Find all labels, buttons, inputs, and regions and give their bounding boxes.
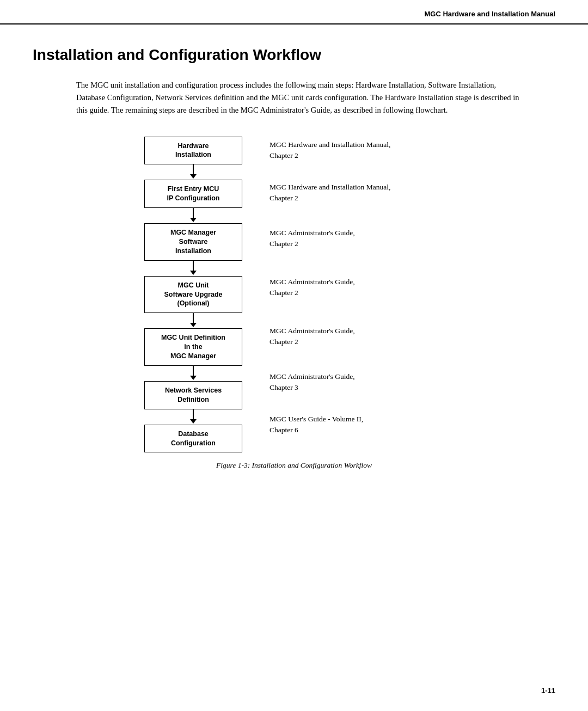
arrow-line-2 bbox=[193, 208, 194, 218]
flowchart-inner: HardwareInstallation First Entry MCUIP C… bbox=[133, 137, 455, 453]
ref-item-2: MGC Hardware and Installation Manual,Cha… bbox=[270, 182, 390, 203]
chapter-title: Installation and Configuration Workflow bbox=[33, 46, 555, 64]
intro-paragraph: The MGC unit installation and configurat… bbox=[76, 79, 523, 117]
ref-item-1: MGC Hardware and Installation Manual,Cha… bbox=[270, 139, 390, 161]
arrow-line-5 bbox=[193, 366, 194, 376]
ref-spacer-3: MGC Administrator's Guide,Chapter 2 bbox=[270, 222, 455, 255]
header-title: MGC Hardware and Installation Manual bbox=[424, 10, 555, 18]
flowchart-left: HardwareInstallation First Entry MCUIP C… bbox=[133, 137, 253, 453]
flow-box-hardware-installation: HardwareInstallation bbox=[144, 137, 242, 165]
flow-box-first-entry-mcu: First Entry MCUIP Configuration bbox=[144, 180, 242, 208]
arrow-4 bbox=[190, 313, 197, 328]
figure-caption: Figure 1-3: Installation and Configurati… bbox=[216, 461, 372, 470]
ref-item-4: MGC Administrator's Guide,Chapter 2 bbox=[270, 277, 355, 298]
arrow-spacer-1 bbox=[270, 164, 455, 179]
arrow-line-6 bbox=[193, 409, 194, 419]
arrow-spacer-6 bbox=[270, 396, 455, 411]
ref-item-5: MGC Administrator's Guide,Chapter 2 bbox=[270, 326, 355, 347]
arrow-line-4 bbox=[193, 313, 194, 323]
arrow-1 bbox=[190, 164, 197, 180]
ref-spacer-2: MGC Hardware and Installation Manual,Cha… bbox=[270, 179, 455, 206]
ref-spacer-1: MGC Hardware and Installation Manual,Cha… bbox=[270, 137, 455, 164]
page-header: MGC Hardware and Installation Manual bbox=[0, 0, 588, 24]
flow-box-mgc-unit-definition: MGC Unit Definitionin theMGC Manager bbox=[144, 328, 242, 366]
arrow-head-6 bbox=[190, 419, 197, 424]
arrow-head-1 bbox=[190, 174, 197, 179]
flowchart-right: MGC Hardware and Installation Manual,Cha… bbox=[253, 137, 455, 438]
arrow-spacer-2 bbox=[270, 206, 455, 222]
ref-spacer-7: MGC User's Guide - Volume II,Chapter 6 bbox=[270, 411, 455, 438]
arrow-head-2 bbox=[190, 218, 197, 222]
ref-item-6: MGC Administrator's Guide,Chapter 3 bbox=[270, 371, 355, 393]
arrow-5 bbox=[190, 366, 197, 381]
arrow-6 bbox=[190, 409, 197, 425]
ref-spacer-6: MGC Administrator's Guide,Chapter 3 bbox=[270, 369, 455, 396]
ref-item-3: MGC Administrator's Guide,Chapter 2 bbox=[270, 228, 355, 249]
flow-box-database-configuration: DatabaseConfiguration bbox=[144, 425, 242, 453]
arrow-head-5 bbox=[190, 376, 197, 380]
arrow-spacer-3 bbox=[270, 255, 455, 271]
page-container: MGC Hardware and Installation Manual Ins… bbox=[0, 0, 588, 711]
arrow-line-1 bbox=[193, 164, 194, 174]
ref-spacer-5: MGC Administrator's Guide,Chapter 2 bbox=[270, 320, 455, 353]
ref-spacer-4: MGC Administrator's Guide,Chapter 2 bbox=[270, 271, 455, 304]
flow-box-mgc-manager-software: MGC ManagerSoftwareInstallation bbox=[144, 223, 242, 261]
page-number: 1-11 bbox=[541, 687, 555, 695]
arrow-spacer-4 bbox=[270, 304, 455, 320]
arrow-spacer-5 bbox=[270, 353, 455, 369]
arrow-head-3 bbox=[190, 271, 197, 275]
arrow-head-4 bbox=[190, 323, 197, 327]
flow-box-network-services: Network ServicesDefinition bbox=[144, 381, 242, 409]
flow-box-software-upgrade: MGC UnitSoftware Upgrade(Optional) bbox=[144, 276, 242, 314]
arrow-line-3 bbox=[193, 261, 194, 271]
arrow-2 bbox=[190, 208, 197, 223]
arrow-3 bbox=[190, 261, 197, 276]
page-content: Installation and Configuration Workflow … bbox=[0, 24, 588, 500]
ref-item-7: MGC User's Guide - Volume II,Chapter 6 bbox=[270, 414, 363, 435]
flowchart-container: HardwareInstallation First Entry MCUIP C… bbox=[33, 137, 555, 470]
